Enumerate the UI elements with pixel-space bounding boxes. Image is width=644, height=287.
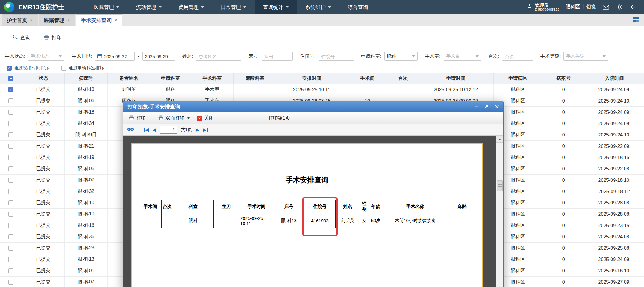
switch-ward-button[interactable]: 切换 <box>586 4 596 10</box>
checkbox-checked[interactable]: ✓ <box>7 66 12 71</box>
print-page-status: 打印第1页 <box>268 115 290 121</box>
date-from-field[interactable] <box>95 52 135 61</box>
scrollbar-thumb[interactable] <box>497 180 503 191</box>
row-checkbox[interactable] <box>8 178 13 183</box>
tab[interactable]: 医嘱管理× <box>39 14 75 26</box>
date-to-input[interactable] <box>142 52 175 61</box>
column-header[interactable]: 手术科室 <box>191 73 234 84</box>
operating-room-select[interactable]: 手术室 <box>444 52 481 61</box>
table-row[interactable]: ✓已提交眼-科13刘明英眼科手术室2025-09-25 10:112025-09… <box>0 84 644 95</box>
column-header[interactable]: 麻醉科室 <box>234 73 276 84</box>
last-page-button[interactable]: ▶ <box>203 127 208 133</box>
select-all-checkbox[interactable] <box>8 76 13 81</box>
column-header[interactable]: 状态 <box>22 73 65 84</box>
dialog-close-button[interactable]: ✕ 关闭 <box>194 114 216 122</box>
query-button[interactable]: 查询 <box>13 34 30 41</box>
first-page-button[interactable]: ◀ <box>144 127 149 133</box>
grid-layout-icon[interactable] <box>633 17 639 24</box>
column-header[interactable]: 申请病区 <box>494 73 542 84</box>
row-checkbox[interactable] <box>8 98 13 103</box>
admission-no-input[interactable] <box>319 52 354 61</box>
surgery-status-select[interactable]: 手术状态 <box>28 52 64 61</box>
minimize-icon[interactable]: − <box>475 104 478 110</box>
nav-item[interactable]: 查询统计 <box>255 0 297 14</box>
row-checkbox[interactable] <box>8 246 13 251</box>
row-checkbox[interactable] <box>8 132 13 137</box>
table-cell: 已提交 <box>22 141 65 152</box>
sort-by-schedule-time[interactable]: ✓ 通过安排时间排序 <box>7 65 49 71</box>
column-header[interactable]: 病床号 <box>65 73 107 84</box>
date-from-input[interactable] <box>104 54 133 59</box>
table-cell: 眼-科06 <box>65 95 107 106</box>
column-header[interactable]: 入院时间 <box>585 73 644 84</box>
row-checkbox[interactable] <box>8 257 13 262</box>
nav-item-label: 综合查询 <box>348 4 368 11</box>
column-header[interactable]: 病案号 <box>542 73 585 84</box>
row-checkbox[interactable] <box>8 110 13 115</box>
row-checkbox[interactable] <box>8 212 13 217</box>
page-number-input[interactable] <box>160 126 177 134</box>
close-icon[interactable]: ✕ <box>494 104 499 110</box>
bed-no-input[interactable] <box>262 52 293 61</box>
table-cell: 眼-科19 <box>65 152 107 163</box>
tab-close-icon[interactable]: × <box>114 18 117 23</box>
tab-close-icon[interactable]: × <box>67 18 70 23</box>
nav-item[interactable]: 综合查询 <box>339 0 376 14</box>
row-checkbox-cell <box>0 231 22 242</box>
date-range-separator: - <box>138 54 139 59</box>
row-checkbox[interactable] <box>8 144 13 149</box>
nav-item[interactable]: 医嘱管理 <box>85 0 128 14</box>
scroll-up-icon[interactable]: ▲ <box>496 136 503 143</box>
chevron-down-icon <box>243 6 246 8</box>
nav-item[interactable]: 系统维护 <box>297 0 339 14</box>
sequence-input[interactable] <box>502 52 533 61</box>
nav-item[interactable]: 费用管理 <box>170 0 212 14</box>
preview-scrollbar[interactable]: ▲ <box>496 136 503 287</box>
patient-name-input[interactable] <box>196 52 241 61</box>
row-checkbox[interactable] <box>8 166 13 171</box>
sort-by-request-dept[interactable]: 通过申请科室排序 <box>61 65 104 71</box>
row-checkbox[interactable] <box>8 268 13 273</box>
row-checkbox[interactable] <box>8 223 13 228</box>
popout-icon[interactable] <box>484 105 488 109</box>
row-checkbox[interactable] <box>8 121 13 126</box>
tab-close-icon[interactable]: × <box>30 18 33 23</box>
next-page-button[interactable]: ▶ <box>196 127 199 133</box>
surgery-grade-select[interactable]: 手术等级 <box>564 52 608 61</box>
nav-item[interactable]: 日常管理 <box>212 0 255 14</box>
tab[interactable]: 手术安排查询× <box>76 14 122 26</box>
chevron-down-icon <box>286 6 289 8</box>
ward-switcher: 眼科区 | 切换 <box>566 4 596 10</box>
dialog-print-button[interactable]: 打印 <box>126 114 148 122</box>
chevron-down-icon <box>116 6 119 8</box>
column-header[interactable]: 安排时间 <box>276 73 347 84</box>
tab[interactable]: 护士首页× <box>2 14 38 26</box>
user-block[interactable]: 管理员 D350702005520 <box>526 3 559 12</box>
row-checkbox[interactable] <box>8 280 13 285</box>
checkbox-unchecked[interactable] <box>61 66 66 71</box>
close-icon: ✕ <box>197 116 202 121</box>
gear-icon[interactable] <box>616 4 623 11</box>
surgery-date-label: 手术日期: <box>72 53 92 60</box>
print-button[interactable]: 打印 <box>44 34 62 41</box>
sequence-label: 台次: <box>488 53 499 60</box>
prev-page-button[interactable]: ◀ <box>152 127 156 133</box>
row-checkbox[interactable]: ✓ <box>8 87 13 92</box>
row-checkbox[interactable] <box>8 155 13 160</box>
exit-icon[interactable] <box>630 4 637 11</box>
mail-icon[interactable] <box>602 4 609 11</box>
sort-by-schedule-time-label: 通过安排时间排序 <box>14 65 49 71</box>
column-header[interactable]: 申请科室 <box>150 73 191 84</box>
column-header[interactable]: 患者姓名 <box>108 73 150 84</box>
column-header[interactable]: 申请时间 <box>418 73 494 84</box>
row-checkbox[interactable] <box>8 200 13 205</box>
row-checkbox[interactable] <box>8 234 13 239</box>
request-dept-select[interactable]: 眼科 <box>384 52 418 61</box>
duplex-print-button[interactable]: 双面打印 <box>156 114 192 122</box>
column-header[interactable]: 台次 <box>388 73 418 84</box>
dialog-titlebar[interactable]: 打印预览-手术安排查询 − ✕ <box>123 101 503 112</box>
column-header[interactable]: 手术间 <box>347 73 388 84</box>
row-checkbox[interactable] <box>8 189 13 194</box>
find-icon[interactable] <box>127 127 134 133</box>
nav-item[interactable]: 流动管理 <box>128 0 170 14</box>
